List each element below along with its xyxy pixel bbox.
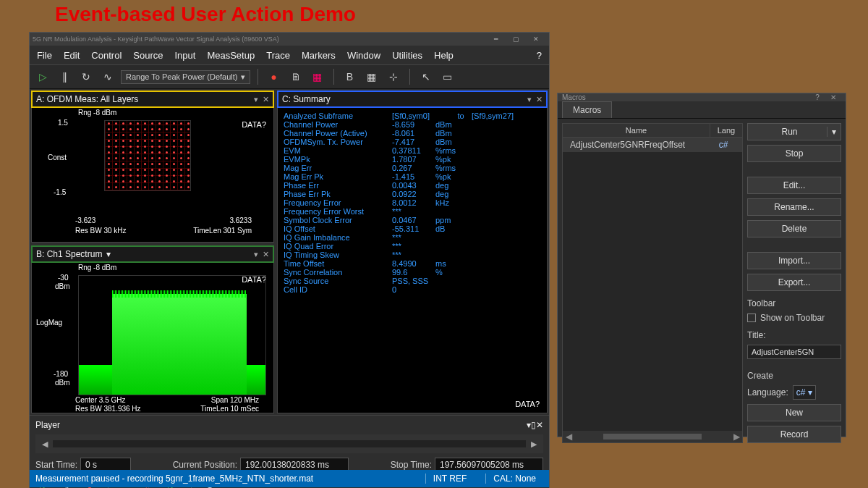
panel-b-plot[interactable]: Rng -8 dBm DATA? -30 dBm LogMag -180 dBm… <box>32 262 273 413</box>
run-button[interactable]: Run ▾ <box>747 123 841 140</box>
col-header-name[interactable]: Name <box>563 124 710 137</box>
panel-b-close-icon[interactable]: ✕ <box>263 250 269 259</box>
macros-close-icon[interactable]: ✕ <box>825 93 841 101</box>
panel-a-close-icon[interactable]: ✕ <box>263 95 269 104</box>
panel-a-plot[interactable]: Rng -8 dBm DATA? 1.5 Const -1.5 -3.623 3… <box>32 107 273 242</box>
menu-window[interactable]: Window <box>347 50 380 61</box>
summary-unit <box>435 233 472 242</box>
summary-row-first: Analyzed Subframe [Sf0,sym0] to [Sf9,sym… <box>284 112 541 120</box>
checkbox-icon[interactable] <box>747 314 756 322</box>
menu-help[interactable]: Help <box>434 50 454 61</box>
summary-label: Frequency Error Worst <box>284 207 392 216</box>
restart-icon[interactable]: ↻ <box>77 68 95 85</box>
rectangle-select-icon[interactable]: ▭ <box>439 68 456 85</box>
close-icon[interactable]: ✕ <box>526 35 546 43</box>
player-pin-icon[interactable]: ▯ <box>531 420 536 430</box>
macro-lang: c# <box>707 140 739 150</box>
record-icon[interactable]: ● <box>265 68 283 85</box>
autorange-icon[interactable]: ∿ <box>99 68 116 85</box>
summary-value: *** <box>392 251 435 259</box>
scroll-left-icon[interactable]: ◀ <box>40 439 50 449</box>
bold-b-icon[interactable]: B <box>341 68 359 85</box>
scroll-right-icon[interactable]: ▶ <box>529 439 539 449</box>
layout-grid-icon[interactable]: ▦ <box>363 68 380 85</box>
panel-c-header[interactable]: C: Summary ▾ ✕ <box>278 91 547 107</box>
menu-markers[interactable]: Markers <box>302 50 336 61</box>
x-min: -3.623 <box>75 216 95 224</box>
minimize-icon[interactable]: ━ <box>485 35 506 43</box>
summary-unit: ms <box>435 259 472 268</box>
chevron-down-icon[interactable]: ▾ <box>827 127 836 137</box>
panel-c-dropdown-icon[interactable]: ▾ <box>527 95 532 104</box>
summary-unit: %rms <box>435 146 472 155</box>
macros-help-icon[interactable]: ? <box>809 93 825 101</box>
show-on-toolbar-checkbox[interactable]: Show on Toolbar <box>747 313 841 323</box>
player-close-icon[interactable]: ✕ <box>536 420 543 430</box>
range-dropdown[interactable]: Range To Peak Power (Default) ▾ <box>121 70 250 84</box>
menu-input[interactable]: Input <box>174 50 195 61</box>
titlebar: 5G NR Modulation Analysis - Keysight Pat… <box>30 33 549 46</box>
language-label: Language: <box>747 387 788 397</box>
chevron-down-icon: ▾ <box>241 72 245 82</box>
foot-l1: Center 3.5 GHz <box>75 396 125 404</box>
pause-icon[interactable]: ‖ <box>56 68 73 85</box>
panel-b-header[interactable]: B: Ch1 Spectrum ▾ ▾ ✕ <box>32 246 273 262</box>
summary-row: Channel Power-8.659dBm <box>284 120 541 129</box>
summary-unit: deg <box>435 190 472 198</box>
menu-trace[interactable]: Trace <box>266 50 290 61</box>
export-button[interactable]: Export... <box>747 274 841 291</box>
summary-label: Time Offset <box>284 259 392 268</box>
new-button[interactable]: New <box>747 404 841 421</box>
col-header-lang[interactable]: Lang <box>710 124 742 137</box>
summary-value: -7.417 <box>392 138 435 146</box>
stop-button[interactable]: Stop <box>747 145 841 162</box>
summary-label: EVMPk <box>284 155 392 164</box>
macro-row[interactable]: AdjustCenter5GNRFreqOffset c# <box>563 138 742 152</box>
menu-file[interactable]: File <box>37 50 52 61</box>
panel-a-dropdown-icon[interactable]: ▾ <box>254 95 258 104</box>
player-scrollbar[interactable] <box>53 440 526 447</box>
tab-macros[interactable]: Macros <box>562 101 612 118</box>
language-select[interactable]: c# ▾ <box>793 385 817 400</box>
macros-hscroll[interactable]: ◀ ▶ <box>563 431 742 442</box>
summary-unit <box>435 277 472 285</box>
panel-c-close-icon[interactable]: ✕ <box>536 95 542 104</box>
macro-title-input[interactable]: AdjustCenter5GN <box>747 345 841 359</box>
delete-button[interactable]: Delete <box>747 220 841 237</box>
scroll-thumb[interactable] <box>603 434 702 439</box>
scroll-right-icon[interactable]: ▶ <box>731 432 742 442</box>
record-button[interactable]: Record <box>747 426 841 443</box>
summary-row: Cell ID0 <box>284 285 541 294</box>
edit-button[interactable]: Edit... <box>747 177 841 194</box>
tree-icon[interactable]: ⊹ <box>385 68 402 85</box>
maximize-icon[interactable]: ▢ <box>506 35 526 43</box>
document-icon[interactable]: 🗎 <box>287 68 305 85</box>
summary-unit: %pk <box>435 172 472 181</box>
pointer-icon[interactable]: ↖ <box>417 68 435 85</box>
menu-control[interactable]: Control <box>91 50 122 61</box>
run-continuous-icon[interactable]: ▷ <box>34 68 51 85</box>
rng-label: Rng -8 dBm <box>78 109 116 117</box>
panel-a-header[interactable]: A: OFDM Meas: All Layers ▾ ✕ <box>32 91 273 107</box>
foot-r2: TimeLen 10 mSec <box>200 405 259 413</box>
vsa-app-window: 5G NR Modulation Analysis - Keysight Pat… <box>29 32 550 488</box>
constellation-icon[interactable]: ▦ <box>309 68 326 85</box>
summary-value: *** <box>392 242 435 251</box>
scroll-left-icon[interactable]: ◀ <box>563 432 574 442</box>
import-button[interactable]: Import... <box>747 252 841 269</box>
panel-b-dropdown-icon[interactable]: ▾ <box>254 250 258 259</box>
panel-a: A: OFDM Meas: All Layers ▾ ✕ Rng -8 dBm … <box>31 91 274 243</box>
menu-meassetup[interactable]: MeasSetup <box>207 50 255 61</box>
menu-utilities[interactable]: Utilities <box>392 50 422 61</box>
player-track[interactable]: ◀ ▶ <box>35 434 543 453</box>
chevron-down-icon: ▾ <box>808 387 812 397</box>
summary-row: Sync Correlation99.6% <box>284 268 541 277</box>
summary-unit <box>435 242 472 251</box>
rename-button[interactable]: Rename... <box>747 198 841 216</box>
menu-source[interactable]: Source <box>133 50 163 61</box>
summary-value: -8.659 <box>392 120 435 129</box>
menu-edit[interactable]: Edit <box>64 50 80 61</box>
summary-value: 8.4990 <box>392 259 435 268</box>
chevron-down-icon[interactable]: ▾ <box>106 249 111 259</box>
help-icon[interactable]: ? <box>537 50 542 61</box>
